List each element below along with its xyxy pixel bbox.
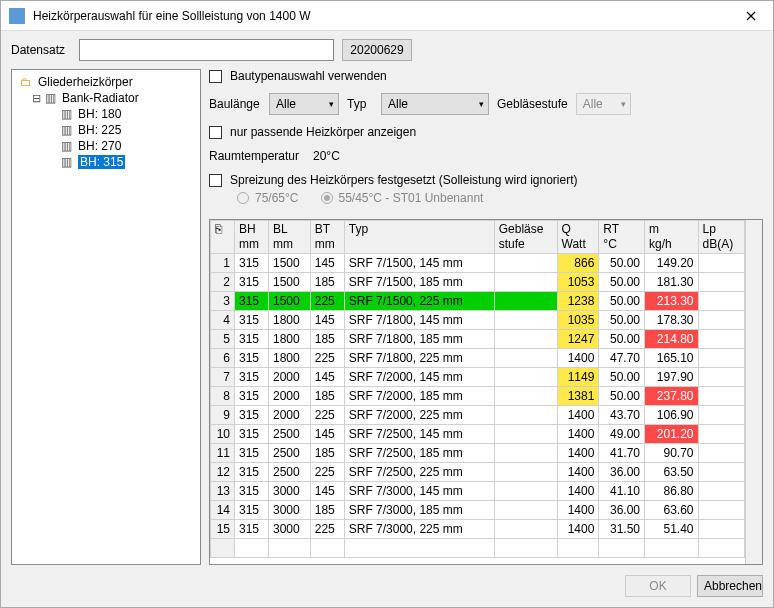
- radio-55-45: [321, 192, 333, 204]
- tree-view[interactable]: 🗀 Gliederheizkörper ⊟ ▥ Bank-Radiator ▥ …: [11, 69, 201, 565]
- dataset-label: Datensatz: [11, 43, 71, 57]
- col-bt[interactable]: BTmm: [310, 221, 344, 254]
- spread-row: Spreizung des Heizkörpers festgesetzt (S…: [209, 173, 763, 187]
- table-row[interactable]: 13151500145SRF 7/1500, 145 mm86650.00149…: [211, 254, 745, 273]
- table-row[interactable]: 143153000185SRF 7/3000, 185 mm140036.006…: [211, 501, 745, 520]
- dataset-input[interactable]: [79, 39, 334, 61]
- dataset-row: Datensatz 20200629: [11, 39, 763, 61]
- collapse-icon[interactable]: ⊟: [30, 92, 42, 105]
- radio-55-45-label: 55/45°C - ST01 Unbenannt: [339, 191, 484, 205]
- radiator-icon: ▥: [42, 91, 58, 105]
- table-row[interactable]: 93152000225SRF 7/2000, 225 mm140043.7010…: [211, 406, 745, 425]
- titlebar: Heizkörperauswahl für eine Sollleistung …: [1, 1, 773, 31]
- tree-leaf-2[interactable]: ▥ BH: 270: [14, 138, 198, 154]
- length-label: Baulänge: [209, 97, 261, 111]
- window-title: Heizkörperauswahl für eine Sollleistung …: [33, 9, 728, 23]
- radio-75-65: [237, 192, 249, 204]
- vertical-scrollbar[interactable]: [745, 220, 762, 564]
- radiator-icon: ▥: [58, 107, 74, 121]
- type-select[interactable]: Alle▾: [381, 93, 489, 115]
- spread-checkbox[interactable]: [209, 174, 222, 187]
- spread-radios: 75/65°C 55/45°C - ST01 Unbenannt: [237, 191, 763, 205]
- tree-leaf-0[interactable]: ▥ BH: 180: [14, 106, 198, 122]
- cancel-button[interactable]: Abbrechen: [697, 575, 763, 597]
- fitting-only-checkbox[interactable]: [209, 126, 222, 139]
- ok-button: OK: [625, 575, 691, 597]
- col-bh[interactable]: BHmm: [235, 221, 269, 254]
- table-row[interactable]: 53151800185SRF 7/1800, 185 mm124750.0021…: [211, 330, 745, 349]
- tree-leaf-3[interactable]: ▥ BH: 315: [14, 154, 198, 170]
- table-body: 13151500145SRF 7/1500, 145 mm86650.00149…: [211, 254, 745, 558]
- chevron-down-icon: ▾: [321, 99, 334, 109]
- col-q[interactable]: QWatt: [557, 221, 599, 254]
- radiator-icon: ▥: [58, 123, 74, 137]
- radiator-icon: ▥: [58, 155, 74, 169]
- table-row[interactable]: 113152500185SRF 7/2500, 185 mm140041.709…: [211, 444, 745, 463]
- col-lp[interactable]: LpdB(A): [698, 221, 745, 254]
- fitting-only-row: nur passende Heizkörper anzeigen: [209, 125, 763, 139]
- length-type-row: Baulänge Alle▾ Typ Alle▾ Gebläsestufe Al…: [209, 93, 763, 115]
- table-scroll[interactable]: ⎘ BHmm BLmm BTmm Typ Gebläsestufe QWatt …: [210, 220, 745, 564]
- right-pane: Bautypenauswahl verwenden Baulänge Alle▾…: [209, 69, 763, 565]
- use-types-label: Bautypenauswahl verwenden: [230, 69, 387, 83]
- col-rt[interactable]: RT°C: [599, 221, 645, 254]
- col-bl[interactable]: BLmm: [268, 221, 310, 254]
- table-row[interactable]: 63151800225SRF 7/1800, 225 mm140047.7016…: [211, 349, 745, 368]
- table-header-row: ⎘ BHmm BLmm BTmm Typ Gebläsestufe QWatt …: [211, 221, 745, 254]
- table-wrapper: ⎘ BHmm BLmm BTmm Typ Gebläsestufe QWatt …: [209, 219, 763, 565]
- room-temp-value: 20°C: [313, 149, 340, 163]
- date-button[interactable]: 20200629: [342, 39, 412, 61]
- table-row[interactable]: 123152500225SRF 7/2500, 225 mm140036.006…: [211, 463, 745, 482]
- table-row[interactable]: 73152000145SRF 7/2000, 145 mm114950.0019…: [211, 368, 745, 387]
- folder-icon: 🗀: [18, 75, 34, 89]
- fan-select: Alle▾: [576, 93, 631, 115]
- table-row[interactable]: 103152500145SRF 7/2500, 145 mm140049.002…: [211, 425, 745, 444]
- fitting-only-label: nur passende Heizkörper anzeigen: [230, 125, 416, 139]
- table-row[interactable]: 83152000185SRF 7/2000, 185 mm138150.0023…: [211, 387, 745, 406]
- content: Datensatz 20200629 🗀 Gliederheizkörper ⊟…: [1, 31, 773, 565]
- table-row[interactable]: 23151500185SRF 7/1500, 185 mm105350.0018…: [211, 273, 745, 292]
- table-row[interactable]: 133153000145SRF 7/3000, 145 mm140041.108…: [211, 482, 745, 501]
- room-temp-row: Raumtemperatur 20°C: [209, 149, 763, 163]
- use-types-row: Bautypenauswahl verwenden: [209, 69, 763, 83]
- spread-label: Spreizung des Heizkörpers festgesetzt (S…: [230, 173, 578, 187]
- tree-leaf-1[interactable]: ▥ BH: 225: [14, 122, 198, 138]
- footer: OK Abbrechen: [1, 565, 773, 607]
- table-row[interactable]: 153153000225SRF 7/3000, 225 mm140031.505…: [211, 520, 745, 539]
- app-icon: [9, 8, 25, 24]
- close-icon: [746, 11, 756, 21]
- table-row[interactable]: 43151800145SRF 7/1800, 145 mm103550.0017…: [211, 311, 745, 330]
- radiator-icon: ▥: [58, 139, 74, 153]
- col-typ[interactable]: Typ: [344, 221, 494, 254]
- col-m[interactable]: mkg/h: [645, 221, 698, 254]
- results-table: ⎘ BHmm BLmm BTmm Typ Gebläsestufe QWatt …: [210, 220, 745, 558]
- fan-label: Gebläsestufe: [497, 97, 568, 111]
- chevron-down-icon: ▾: [471, 99, 484, 109]
- col-stufe[interactable]: Gebläsestufe: [494, 221, 557, 254]
- table-row: [211, 539, 745, 558]
- corner-cell[interactable]: ⎘: [211, 221, 235, 254]
- tree-node-root[interactable]: 🗀 Gliederheizkörper: [14, 74, 198, 90]
- length-select[interactable]: Alle▾: [269, 93, 339, 115]
- chevron-down-icon: ▾: [613, 99, 626, 109]
- radio-75-65-label: 75/65°C: [255, 191, 299, 205]
- room-temp-label: Raumtemperatur: [209, 149, 305, 163]
- use-types-checkbox[interactable]: [209, 70, 222, 83]
- table-row[interactable]: 33151500225SRF 7/1500, 225 mm123850.0021…: [211, 292, 745, 311]
- copy-icon[interactable]: ⎘: [215, 222, 222, 236]
- type-label: Typ: [347, 97, 373, 111]
- close-button[interactable]: [728, 1, 773, 31]
- split-pane: 🗀 Gliederheizkörper ⊟ ▥ Bank-Radiator ▥ …: [11, 69, 763, 565]
- dialog-window: Heizkörperauswahl für eine Sollleistung …: [0, 0, 774, 608]
- tree-node-group[interactable]: ⊟ ▥ Bank-Radiator: [14, 90, 198, 106]
